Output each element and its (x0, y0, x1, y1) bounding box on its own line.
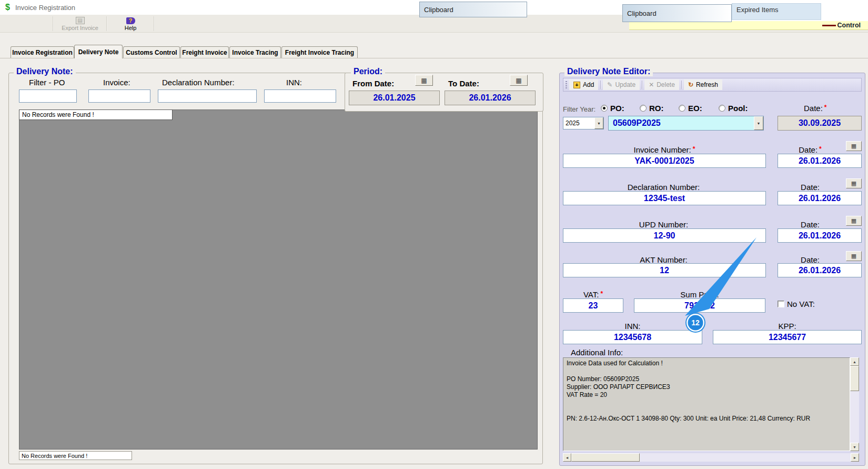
invoice-number-input[interactable] (563, 154, 766, 168)
update-icon: ✎ (607, 81, 612, 88)
radio-circle (719, 105, 725, 112)
declaration-number-input[interactable] (563, 191, 766, 205)
akt-date-calendar-button[interactable]: ▦ (846, 251, 862, 261)
clipboard-panel-a[interactable]: Clipboard (419, 2, 527, 17)
tabstrip-baseline (0, 58, 868, 58)
tab-label: Invoice Registration (12, 49, 73, 56)
records-grid[interactable] (19, 109, 538, 450)
expired-items-panel[interactable]: Expired Items (732, 3, 821, 20)
tab-freight-invoice[interactable]: Freight Invoice (180, 46, 229, 58)
po-date-label-text: Date: (804, 104, 823, 113)
filter-invoice-label: Invoice: (103, 78, 130, 87)
filter-inn-input[interactable] (264, 89, 336, 103)
grip-handle[interactable] (566, 81, 567, 88)
akt-date-input[interactable] (778, 263, 862, 277)
label-text: VAT: (583, 290, 599, 299)
invoice-date-calendar-button[interactable]: ▦ (846, 141, 862, 151)
year-dropdown-button[interactable]: ▼ (594, 117, 603, 129)
tab-delivery-note[interactable]: Delivery Note (74, 45, 123, 58)
vat-input[interactable] (563, 298, 623, 313)
scroll-thumb[interactable] (571, 453, 640, 462)
upd-date-input[interactable] (778, 228, 862, 243)
scroll-up-button[interactable]: ▲ (850, 357, 859, 366)
to-date-label: To Date: (448, 79, 479, 88)
application-window: $ Invoice Registration ▤ Export Invoice … (0, 0, 868, 469)
update-label: Update (615, 81, 635, 88)
radio-ro[interactable]: RO: (640, 104, 664, 113)
help-button[interactable]: ? Help (108, 16, 153, 32)
po-dropdown-button[interactable]: ▼ (754, 116, 763, 130)
tab-label: Invoice Tracing (232, 49, 278, 56)
scroll-thumb[interactable] (850, 366, 859, 391)
add-label: Add (583, 81, 594, 88)
toolbar-separator (600, 81, 601, 89)
status-bar: No Records were Found ! (19, 451, 132, 460)
filter-invoice-input[interactable] (88, 89, 150, 103)
filter-declaration-input[interactable] (158, 89, 257, 103)
to-date-calendar-button[interactable]: ▦ (510, 75, 528, 86)
label-text: Declaration Number: (628, 183, 700, 192)
declaration-date-label: Date: (778, 183, 843, 192)
calendar-icon: ▦ (851, 217, 856, 224)
additional-info-label: Additional Info: (571, 348, 623, 357)
add-icon: + (573, 82, 580, 88)
tab-freight-invoice-tracing[interactable]: Freight Invoice Tracing (281, 46, 358, 58)
tab-invoice-registration[interactable]: Invoice Registration (11, 46, 74, 58)
scroll-down-button[interactable]: ▼ (850, 443, 859, 451)
inn-input[interactable] (563, 330, 702, 344)
scroll-right-button[interactable]: ► (851, 453, 859, 462)
refresh-button[interactable]: ↻ Refresh (684, 79, 722, 90)
filter-year-label: Filter Year: (563, 105, 596, 113)
kpp-input[interactable] (713, 330, 862, 344)
year-select[interactable]: 2025 ▼ (563, 117, 604, 129)
info-line: PN: 2.6-12-Ан.Окс-ОСТ 1 34098-80 Qty: 30… (567, 415, 846, 423)
inn-label: INN: (563, 322, 702, 331)
declaration-date-calendar-button[interactable]: ▦ (846, 178, 862, 188)
arrow-up-icon: ▲ (853, 360, 856, 364)
radio-eo[interactable]: EO: (679, 104, 702, 113)
info-line: Supplier: ООО РАПАРТ СЕРВИСЕЗ (567, 383, 846, 391)
toolbar-separator (53, 16, 54, 31)
radio-pool-label: Pool: (728, 104, 748, 113)
kpp-label: KPP: (713, 322, 862, 331)
app-dollar-icon: $ (5, 3, 10, 12)
delete-icon: ✕ (649, 81, 654, 88)
po-date-value: 30.09.2025 (778, 116, 862, 131)
tab-invoice-tracing[interactable]: Invoice Tracing (229, 46, 281, 58)
radio-po[interactable]: PO: (601, 104, 624, 113)
radio-circle (640, 105, 647, 112)
sum-price-input[interactable] (634, 298, 765, 313)
vertical-scrollbar[interactable]: ▲ ▼ (850, 357, 859, 451)
from-date-calendar-button[interactable]: ▦ (415, 75, 433, 86)
po-number-value: 05609P2025 (613, 118, 754, 128)
add-button[interactable]: + Add (569, 79, 598, 90)
scroll-left-button[interactable]: ◄ (563, 453, 571, 462)
clipboard-label-a: Clipboard (424, 6, 453, 14)
additional-info-box[interactable]: Invoice Data used for Calculation ! PO N… (563, 357, 850, 451)
chevron-down-icon: ▼ (597, 122, 601, 125)
clipboard-panel-b[interactable]: Clipboard (622, 4, 732, 22)
tab-customs-control[interactable]: Customs Control (123, 46, 180, 58)
invoice-date-input[interactable] (778, 154, 862, 168)
label-text: Date: (801, 183, 820, 192)
label-text: UPD Number: (639, 220, 688, 229)
export-invoice-button[interactable]: ▤ Export Invoice (56, 16, 104, 32)
upd-number-input[interactable] (563, 228, 766, 243)
radio-pool[interactable]: Pool: (719, 104, 748, 113)
horizontal-scrollbar[interactable]: ◄ ► (563, 453, 859, 462)
update-button[interactable]: ✎ Update (603, 79, 640, 90)
upd-number-label: UPD Number: (563, 220, 766, 229)
upd-date-calendar-button[interactable]: ▦ (846, 216, 862, 226)
no-vat-label: No VAT: (787, 300, 815, 308)
delete-button[interactable]: ✕ Delete (644, 79, 679, 90)
declaration-date-input[interactable] (778, 191, 862, 205)
filter-declaration-label: Declaration Number: (162, 78, 235, 87)
info-line: Invoice Data used for Calculation ! (567, 360, 846, 367)
from-date-label: From Date: (352, 79, 394, 88)
filter-po-input[interactable] (19, 89, 77, 103)
radio-circle (601, 105, 608, 112)
corner-fragment-text: Control (837, 22, 861, 29)
no-vat-checkbox[interactable]: No VAT: (778, 300, 815, 308)
po-combobox[interactable]: 05609P2025 ▼ (608, 116, 764, 131)
akt-number-input[interactable] (563, 263, 766, 277)
